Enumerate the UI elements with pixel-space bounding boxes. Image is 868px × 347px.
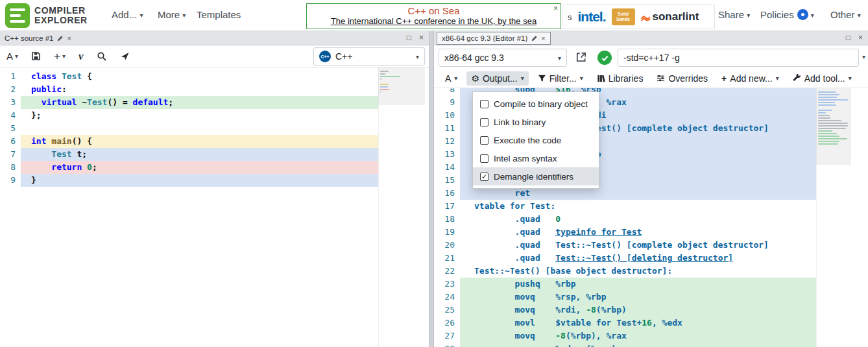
line-number: 4 <box>0 109 21 122</box>
maximize-pane-icon[interactable]: □ <box>407 33 411 42</box>
close-tab-icon[interactable]: × <box>67 34 71 42</box>
code-line[interactable]: 6int main() { <box>0 135 378 148</box>
code-line[interactable]: 19 .quad typeinfo for Test <box>434 226 816 239</box>
compiler-pane-tab[interactable]: x86-64 gcc 9.3 (Editor #1) × <box>437 32 551 45</box>
code-line[interactable]: 24 movq %rsp, %rbp <box>434 291 816 304</box>
nav-add-menu[interactable]: Add... ▾ <box>112 9 143 20</box>
line-number: 7 <box>0 148 21 161</box>
output-menu-item[interactable]: Execute the code <box>473 131 599 149</box>
close-pane-icon[interactable]: × <box>419 33 424 42</box>
jump-to-button[interactable] <box>120 51 130 61</box>
rename-icon[interactable] <box>531 35 538 42</box>
overrides-button[interactable]: Overrides <box>652 71 712 86</box>
line-number: 22 <box>434 265 460 278</box>
source-editor[interactable]: 1class Test {2public:3 virtual ~Test() =… <box>0 67 429 347</box>
code-line[interactable]: 27 movq -8(%rbp), %rax <box>434 329 816 342</box>
minimap-line <box>818 120 841 121</box>
banner-subtitle-link[interactable]: The international C++ conference in the … <box>307 16 561 27</box>
font-size-button[interactable]: A▾ <box>6 51 18 62</box>
filter-menu-button[interactable]: Filter...▾ <box>533 71 588 86</box>
nav-share-menu[interactable]: Share ▾ <box>718 9 750 20</box>
language-select[interactable]: C++ C++ ▾ <box>313 47 425 66</box>
libraries-button[interactable]: Libraries <box>592 71 648 86</box>
sponsors-bar: s intel. Solid Sands sonarlint <box>562 5 715 29</box>
code-line[interactable]: 21 .quad Test::~Test() [deleting destruc… <box>434 252 816 265</box>
open-in-new-window-button[interactable] <box>575 51 587 63</box>
source-pane-tab-title: C++ source #1 <box>5 34 53 42</box>
line-number: 12 <box>434 135 460 148</box>
output-menu-item[interactable]: Intel asm syntax <box>473 149 599 167</box>
code-line[interactable]: 17vtable for Test: <box>434 200 816 213</box>
nav-other-menu[interactable]: Other ▾ <box>830 9 861 20</box>
source-pane-tab[interactable]: C++ source #1 × <box>0 31 76 45</box>
sliders-icon <box>657 74 665 82</box>
code-line[interactable]: 28 movq %rdx, (%rax) <box>434 342 816 347</box>
intel-logo[interactable]: intel. <box>578 9 606 25</box>
output-menu-item[interactable]: Link to binary <box>473 113 599 131</box>
privacy-icon <box>797 9 808 20</box>
options-history-caret-icon[interactable]: ▾ <box>862 53 865 60</box>
chevron-down-icon: ▾ <box>182 12 186 19</box>
conference-banner[interactable]: C++ on Sea The international C++ confere… <box>306 3 561 29</box>
code-text: }; <box>21 109 378 122</box>
line-number: 23 <box>434 278 460 291</box>
code-line[interactable]: 8 return 0; <box>0 161 378 174</box>
source-minimap[interactable] <box>378 67 425 347</box>
line-number: 8 <box>434 88 460 96</box>
rename-icon[interactable] <box>56 35 64 42</box>
minimap-line <box>380 84 389 85</box>
code-text: movq -8(%rbp), %rax <box>460 329 816 342</box>
source-code-area[interactable]: 1class Test {2public:3 virtual ~Test() =… <box>0 70 378 187</box>
close-tab-icon[interactable]: × <box>541 34 545 42</box>
chevron-down-icon: ▾ <box>416 53 419 60</box>
code-line[interactable]: 23 pushq %rbp <box>434 278 816 291</box>
code-line[interactable]: 22Test::~Test() [base object destructor]… <box>434 265 816 278</box>
nav-more-menu[interactable]: More ▾ <box>158 9 186 20</box>
code-line[interactable]: 18 .quad 0 <box>434 213 816 226</box>
add-new-button[interactable]: +Add new...▾ <box>717 71 784 86</box>
code-line[interactable]: 4}; <box>0 109 378 122</box>
close-pane-icon[interactable]: × <box>858 33 863 42</box>
code-text: vtable for Test: <box>460 200 816 213</box>
code-line[interactable]: 16 ret <box>434 187 816 200</box>
asm-minimap[interactable] <box>816 88 851 347</box>
maximize-pane-icon[interactable]: □ <box>846 33 850 42</box>
add-tool-button[interactable]: Add tool...▾ <box>788 71 856 86</box>
chevron-down-icon: ▾ <box>558 54 561 62</box>
compiler-select[interactable]: x86-64 gcc 9.3 ▾ <box>439 49 567 67</box>
compiler-pane-header[interactable]: x86-64 gcc 9.3 (Editor #1) × □ × <box>434 31 868 45</box>
source-pane-header[interactable]: C++ source #1 × □ × <box>0 31 429 45</box>
code-line[interactable]: 1class Test { <box>0 70 378 83</box>
code-line[interactable]: 2public: <box>0 83 378 96</box>
minimap-line <box>818 115 830 116</box>
minimap-line <box>818 125 848 126</box>
font-size-button[interactable]: A▾ <box>440 71 462 86</box>
banner-close-icon[interactable]: × <box>553 4 558 13</box>
output-menu-item[interactable]: Compile to binary object <box>473 95 599 113</box>
compiler-explorer-logo[interactable]: COMPILER EXPLORER <box>5 3 88 28</box>
output-menu-item[interactable]: ✓Demangle identifiers <box>473 167 599 185</box>
sonarlint-logo[interactable]: sonarlint <box>641 10 699 23</box>
compiler-options-input[interactable] <box>618 49 859 67</box>
code-text: .quad Test::~Test() [deleting destructor… <box>460 252 816 265</box>
vim-mode-button[interactable]: v <box>78 50 84 63</box>
solid-sands-logo[interactable]: Solid Sands <box>612 8 635 25</box>
code-line[interactable]: 5 <box>0 122 378 135</box>
code-text: pushq %rbp <box>460 278 816 291</box>
output-menu-button[interactable]: ⚙Output...▾ <box>466 71 528 86</box>
output-menu-item-label: Link to binary <box>494 117 546 127</box>
save-button[interactable] <box>31 51 41 61</box>
search-button[interactable] <box>97 51 107 62</box>
pane-resize-divider[interactable] <box>429 31 434 347</box>
nav-policies-menu[interactable]: Policies ▾ <box>760 9 814 20</box>
code-line[interactable]: 25 movq %rdi, -8(%rbp) <box>434 304 816 317</box>
code-line[interactable]: 3 virtual ~Test() = default; <box>0 96 378 109</box>
nav-templates[interactable]: Templates <box>197 9 241 20</box>
code-line[interactable]: 7 Test t; <box>0 148 378 161</box>
code-line[interactable]: 26 movl $vtable for Test+16, %edx <box>434 317 816 329</box>
code-text <box>21 122 378 135</box>
code-line[interactable]: 9} <box>0 174 378 187</box>
code-line[interactable]: 20 .quad Test::~Test() [complete object … <box>434 239 816 252</box>
line-number: 9 <box>0 174 21 187</box>
add-source-button[interactable]: +▾ <box>54 50 66 63</box>
